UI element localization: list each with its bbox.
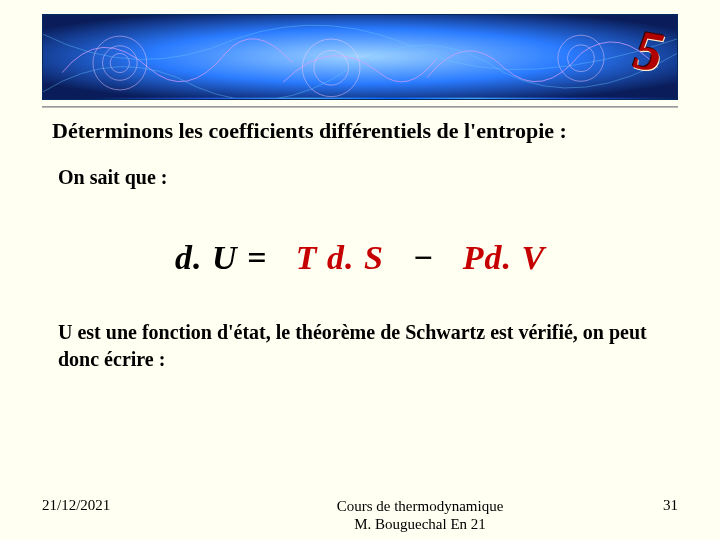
footer-course-line2: M. Bouguechal En 21 bbox=[222, 515, 618, 534]
footer-date: 21/12/2021 bbox=[42, 497, 222, 514]
footer-page-number: 31 bbox=[618, 497, 678, 514]
slide: 5 Déterminons les coefficients différent… bbox=[0, 14, 720, 540]
equation-minus: − bbox=[413, 239, 435, 276]
equation-equals: = bbox=[247, 239, 267, 276]
footer-course: Cours de thermodynamique M. Bouguechal E… bbox=[222, 497, 618, 535]
subheading: On sait que : bbox=[58, 166, 668, 189]
divider bbox=[42, 106, 678, 108]
fractal-decoration bbox=[43, 15, 677, 98]
equation: d. U = T d. S − Pd. V bbox=[175, 239, 545, 276]
content-area: Déterminons les coefficients différentie… bbox=[18, 118, 702, 373]
equation-block: d. U = T d. S − Pd. V bbox=[52, 239, 668, 277]
footer-course-line1: Cours de thermodynamique bbox=[222, 497, 618, 516]
footer: 21/12/2021 Cours de thermodynamique M. B… bbox=[0, 497, 720, 535]
banner-fractal: 5 bbox=[42, 14, 678, 100]
body-paragraph: U est une fonction d'état, le théorème d… bbox=[58, 319, 658, 373]
equation-term-tds: T d. S bbox=[296, 239, 384, 276]
equation-lhs: d. U bbox=[175, 239, 238, 276]
section-heading: Déterminons les coefficients différentie… bbox=[52, 118, 668, 144]
equation-term-pdv: Pd. V bbox=[463, 239, 545, 276]
svg-rect-0 bbox=[43, 15, 677, 98]
